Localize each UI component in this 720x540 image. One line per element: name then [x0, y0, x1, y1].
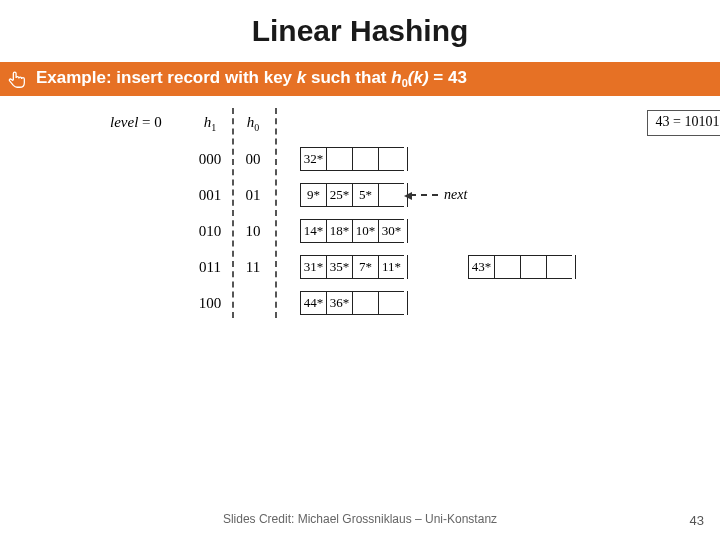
h1-code: 100 — [190, 295, 230, 312]
cell: 11* — [378, 255, 404, 279]
bucket-4: 44* 36* — [300, 291, 408, 315]
bucket-end — [572, 255, 576, 279]
cell — [546, 255, 572, 279]
cell — [378, 291, 404, 315]
binary-box: 43 = 1010112 — [647, 110, 720, 136]
cell: 36* — [326, 291, 352, 315]
example-bar: Example: insert record with key k such t… — [0, 62, 720, 96]
page-title: Linear Hashing — [0, 0, 720, 48]
hand-icon — [6, 68, 28, 90]
slide: { "title": "Linear Hashing", "example_pr… — [0, 0, 720, 540]
bucket-end — [404, 255, 408, 279]
h0-code: 01 — [238, 187, 268, 204]
page-number: 43 — [690, 513, 704, 528]
cell: 44* — [300, 291, 326, 315]
slide-credit: Slides Credit: Michael Grossniklaus – Un… — [0, 512, 720, 526]
h1-code: 011 — [190, 259, 230, 276]
cell: 43* — [468, 255, 494, 279]
bucket-end — [404, 291, 408, 315]
bucket-2: 14* 18* 10* 30* — [300, 219, 408, 243]
bucket-0: 32* — [300, 147, 408, 171]
h1-code: 000 — [190, 151, 230, 168]
divider-2 — [275, 108, 277, 318]
cell — [520, 255, 546, 279]
cell: 14* — [300, 219, 326, 243]
cell — [378, 183, 404, 207]
cell: 7* — [352, 255, 378, 279]
h0-code: 10 — [238, 223, 268, 240]
diagram: level = 0 h1 h0 43 = 1010112 000 00 32* … — [110, 114, 720, 374]
cell: 5* — [352, 183, 378, 207]
cell: 18* — [326, 219, 352, 243]
cell: 32* — [300, 147, 326, 171]
cell: 35* — [326, 255, 352, 279]
level-label: level = 0 — [110, 114, 162, 131]
h0-code: 00 — [238, 151, 268, 168]
next-label: next — [444, 187, 467, 203]
cell — [326, 147, 352, 171]
arrow-left-icon — [410, 194, 438, 196]
cell: 25* — [326, 183, 352, 207]
cell: 30* — [378, 219, 404, 243]
cell — [352, 291, 378, 315]
h1-code: 001 — [190, 187, 230, 204]
h0-code: 11 — [238, 259, 268, 276]
cell — [352, 147, 378, 171]
cell: 10* — [352, 219, 378, 243]
example-text: Example: insert record with key k such t… — [36, 68, 467, 89]
h0-header: h0 — [238, 114, 268, 133]
bucket-end — [404, 219, 408, 243]
cell — [378, 147, 404, 171]
divider-1 — [232, 108, 234, 318]
cell: 31* — [300, 255, 326, 279]
h1-header: h1 — [190, 114, 230, 133]
cell: 9* — [300, 183, 326, 207]
overflow-bucket-3: 43* — [468, 255, 576, 279]
bucket-end — [404, 147, 408, 171]
bucket-1: 9* 25* 5* — [300, 183, 408, 207]
h1-code: 010 — [190, 223, 230, 240]
cell — [494, 255, 520, 279]
next-pointer: next — [410, 187, 467, 203]
bucket-3: 31* 35* 7* 11* — [300, 255, 408, 279]
